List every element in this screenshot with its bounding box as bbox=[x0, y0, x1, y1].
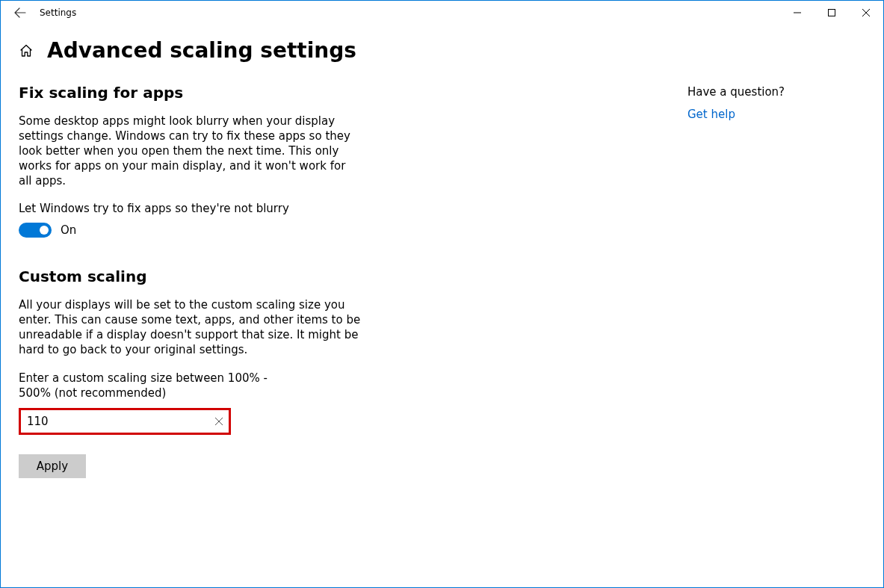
minimize-icon bbox=[794, 9, 801, 16]
help-heading: Have a question? bbox=[687, 85, 785, 99]
close-icon bbox=[862, 9, 870, 16]
custom-scaling-input-wrapper bbox=[19, 408, 231, 435]
fix-scaling-heading: Fix scaling for apps bbox=[19, 84, 482, 102]
app-title: Settings bbox=[35, 7, 76, 18]
clear-input-button[interactable] bbox=[210, 411, 229, 432]
back-button[interactable] bbox=[5, 1, 35, 25]
minimize-button[interactable] bbox=[780, 1, 815, 25]
custom-scaling-description: All your displays will be set to the cus… bbox=[19, 297, 362, 357]
toggle-state-label: On bbox=[61, 223, 76, 237]
content-area: Advanced scaling settings Fix scaling fo… bbox=[1, 25, 883, 587]
maximize-button[interactable] bbox=[815, 1, 849, 25]
blurry-apps-toggle-label: Let Windows try to fix apps so they're n… bbox=[19, 202, 482, 215]
svg-rect-1 bbox=[829, 10, 835, 16]
get-help-link[interactable]: Get help bbox=[687, 108, 785, 121]
custom-scaling-heading: Custom scaling bbox=[19, 267, 482, 285]
settings-window: Settings Advanced scaling settings Fix s… bbox=[0, 0, 884, 588]
blurry-apps-toggle[interactable] bbox=[19, 223, 52, 238]
home-button[interactable] bbox=[19, 43, 34, 58]
close-button[interactable] bbox=[849, 1, 883, 25]
main-column: Fix scaling for apps Some desktop apps m… bbox=[19, 84, 482, 478]
arrow-left-icon bbox=[14, 7, 26, 19]
maximize-icon bbox=[828, 9, 835, 16]
fix-scaling-description: Some desktop apps might look blurry when… bbox=[19, 114, 355, 188]
window-controls bbox=[780, 1, 883, 25]
titlebar: Settings bbox=[1, 1, 883, 25]
home-icon bbox=[19, 43, 34, 58]
custom-scaling-input[interactable] bbox=[21, 410, 210, 433]
page-header: Advanced scaling settings bbox=[19, 38, 865, 63]
x-icon bbox=[215, 418, 223, 425]
apply-button[interactable]: Apply bbox=[19, 454, 86, 478]
custom-scaling-input-label: Enter a custom scaling size between 100%… bbox=[19, 371, 303, 400]
toggle-knob bbox=[40, 226, 49, 235]
page-title: Advanced scaling settings bbox=[47, 38, 356, 63]
help-column: Have a question? Get help bbox=[687, 84, 785, 478]
